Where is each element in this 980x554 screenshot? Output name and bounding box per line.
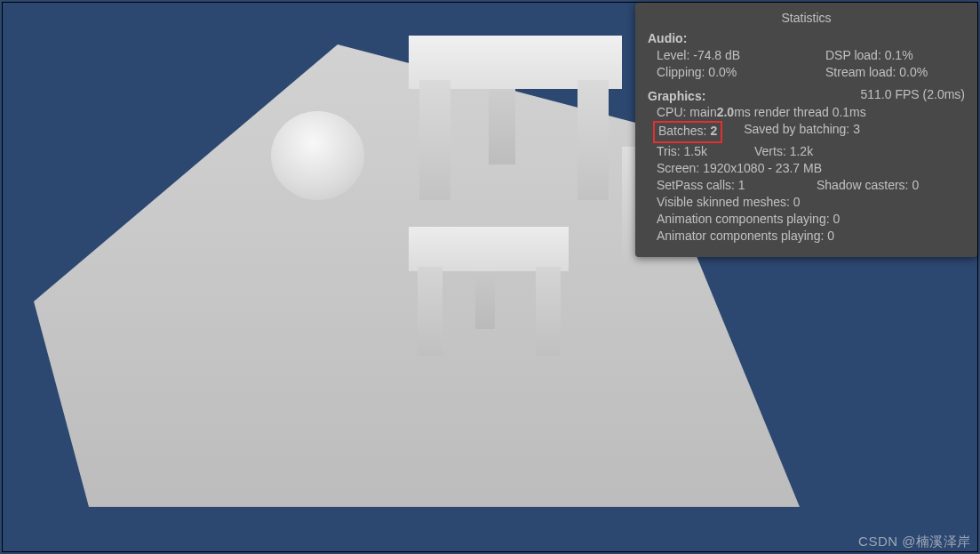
animation-components: Animation components playing: 0	[657, 211, 840, 228]
audio-clipping: Clipping: 0.0%	[657, 64, 825, 81]
table-leg	[475, 262, 495, 329]
audio-heading: Audio:	[648, 30, 965, 47]
cpu-main-suffix: ms render thread 0.1ms	[734, 104, 866, 121]
cpu-main-prefix: CPU: main	[657, 104, 717, 121]
graphics-fps: 511.0 FPS (2.0ms)	[861, 86, 966, 105]
shadow-casters: Shadow casters: 0	[817, 177, 919, 194]
table-leg	[578, 80, 609, 200]
saved-by-batching: Saved by batching: 3	[744, 121, 860, 143]
batches-label: Batches:	[658, 124, 710, 138]
table-leg	[419, 80, 450, 200]
batches-highlight: Batches: 2	[653, 121, 722, 143]
watermark: CSDN @楠溪泽岸	[858, 534, 971, 550]
batches-value: 2	[710, 124, 717, 138]
verts: Verts: 1.2k	[754, 143, 813, 160]
cpu-main-value: 2.0	[717, 104, 734, 121]
table-mesh-front	[404, 227, 578, 360]
animator-components: Animator components playing: 0	[657, 228, 834, 245]
tris: Tris: 1.5k	[657, 143, 754, 160]
setpass-calls: SetPass calls: 1	[657, 177, 817, 194]
audio-level: Level: -74.8 dB	[657, 47, 825, 64]
audio-dsp-load: DSP load: 0.1%	[825, 47, 965, 64]
table-leg	[536, 267, 561, 356]
table-top	[409, 227, 569, 271]
graphics-heading: Graphics:	[648, 88, 705, 105]
table-leg	[418, 267, 442, 356]
table-mesh-back	[400, 36, 635, 205]
sphere-mesh	[271, 111, 364, 200]
screen-resolution: Screen: 1920x1080 - 23.7 MB	[657, 160, 822, 177]
stats-title: Statistics	[648, 10, 965, 27]
statistics-panel: Statistics Audio: Level: -74.8 dB DSP lo…	[635, 3, 977, 257]
visible-skinned-meshes: Visible skinned meshes: 0	[657, 194, 801, 211]
audio-stream-load: Stream load: 0.0%	[825, 64, 965, 81]
table-leg	[489, 76, 515, 165]
